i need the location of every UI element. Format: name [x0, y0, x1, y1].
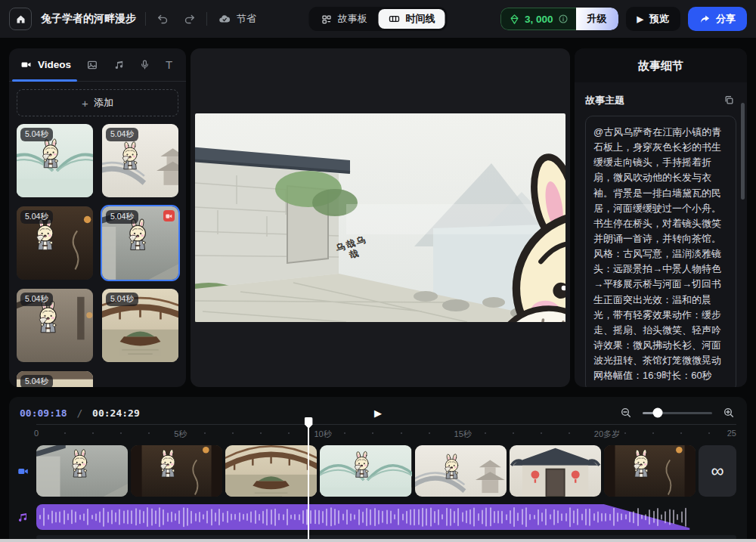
preview-label: 预览: [649, 12, 669, 26]
undo-button[interactable]: [155, 11, 171, 27]
zoom-in-button[interactable]: [721, 405, 736, 420]
duration-badge: 5.04秒: [106, 210, 138, 224]
ruler-tick: [680, 432, 682, 434]
timeline-clip[interactable]: [36, 445, 128, 497]
ruler-tick: [708, 432, 710, 434]
timeline-label: 时间线: [406, 12, 435, 26]
video-camera-icon: [20, 59, 33, 70]
copy-icon: [723, 94, 735, 106]
timeline-clip[interactable]: [320, 445, 411, 497]
timeline-clip[interactable]: [131, 445, 222, 497]
theme-text[interactable]: @古风乌萨奇在江南小镇的青石板上，身穿灰色长衫的书生缓缓走向镜头，手持摇着折扇，…: [585, 116, 736, 387]
tab-timeline[interactable]: 时间线: [379, 9, 445, 29]
ruler-label: 15秒: [454, 429, 472, 440]
ruler-tick: [652, 432, 654, 434]
divider: [145, 12, 146, 26]
loop-button[interactable]: ∞: [699, 445, 736, 497]
timeline-clip[interactable]: [415, 445, 507, 497]
save-button[interactable]: 节省: [216, 11, 258, 27]
tab-text[interactable]: T: [164, 57, 174, 73]
preview-button[interactable]: ▶ 预览: [626, 7, 680, 31]
timecode-separator: /: [76, 407, 82, 419]
music-note-icon: [113, 59, 125, 70]
library-thumbnail[interactable]: 5.04秒: [17, 289, 93, 362]
credits-button[interactable]: 3, 000: [500, 8, 576, 30]
playhead[interactable]: [308, 420, 309, 542]
timeline-zoom-slider[interactable]: [643, 412, 712, 414]
library-grid: 5.04秒 5.04秒 5.04秒 5.04秒 5.04秒: [9, 124, 186, 387]
audio-waveform: [36, 504, 696, 530]
share-label: 分享: [716, 12, 736, 26]
audio-track-icon: [17, 511, 29, 523]
copy-button[interactable]: [722, 93, 736, 107]
cloud-check-icon: [218, 12, 231, 26]
credits-value: 3, 000: [525, 14, 553, 25]
timeline-clip[interactable]: [510, 445, 601, 497]
duration-badge: 5.04秒: [20, 128, 53, 141]
topbar: 兔子学者的河畔漫步 节省 故事板 时: [0, 0, 756, 38]
timeline-clip[interactable]: [604, 445, 696, 497]
duration-badge: 5.04秒: [106, 128, 138, 141]
ruler-tick: [344, 432, 345, 434]
ruler-tick: [372, 432, 373, 434]
library-thumbnail[interactable]: 5.04秒: [102, 206, 178, 280]
details-scrollbar[interactable]: [741, 103, 745, 200]
workspace: Videos: [9, 48, 747, 387]
library-thumbnail[interactable]: 5.04秒: [17, 371, 93, 387]
tab-music[interactable]: [112, 57, 126, 72]
ruler-label: 0: [34, 429, 39, 438]
ruler-tick: [260, 432, 262, 434]
storyboard-icon: [321, 14, 333, 25]
upgrade-button[interactable]: 升级: [576, 8, 618, 30]
divider: [206, 12, 207, 26]
gem-icon: [509, 14, 520, 25]
redo-button[interactable]: [181, 11, 197, 27]
tab-voice[interactable]: [138, 57, 152, 72]
video-preview[interactable]: 乌哉乌哉: [195, 113, 565, 322]
image-icon: [86, 59, 98, 71]
tab-storyboard[interactable]: 故事板: [311, 9, 377, 29]
ruler-label: 20多岁: [594, 429, 620, 440]
delete-clip-icon[interactable]: [163, 210, 175, 221]
ruler-tick: [120, 432, 122, 434]
ruler-tick: [485, 432, 486, 434]
duration-badge: 5.04秒: [20, 293, 53, 306]
clip-image: [604, 445, 696, 497]
tab-images[interactable]: [85, 57, 100, 73]
share-button[interactable]: 分享: [688, 7, 747, 31]
story-details-panel: 故事细节 故事主题 @古风乌萨奇在江南小镇的青石板上，身穿灰色长衫的书生缓缓走向…: [575, 48, 747, 387]
clip-image: [510, 445, 601, 497]
active-tab-underline: [12, 79, 77, 82]
audio-clip[interactable]: [36, 504, 696, 530]
clip-image: [131, 445, 222, 497]
library-thumbnail[interactable]: 5.04秒: [17, 206, 93, 280]
timeline-play-button[interactable]: ▶: [374, 407, 382, 419]
clip-image: [36, 445, 128, 497]
home-button[interactable]: [9, 8, 32, 30]
storyboard-label: 故事板: [338, 12, 367, 26]
audio-track: [9, 504, 736, 530]
ruler-tick: [64, 432, 66, 434]
current-time: 00:09:18: [20, 407, 67, 419]
ruler-tick: [204, 432, 206, 434]
save-label: 节省: [237, 12, 256, 26]
timeline-clip[interactable]: [225, 445, 317, 497]
duration-badge: 5.04秒: [20, 375, 53, 387]
total-time: 00:24:29: [92, 407, 140, 419]
zoom-slider-handle[interactable]: [653, 408, 663, 418]
tab-videos[interactable]: Videos: [9, 57, 73, 72]
info-icon: [558, 14, 569, 24]
timeline-ruler[interactable]: 05秒10秒15秒20多岁25: [36, 424, 736, 441]
video-track-icon: [16, 466, 30, 477]
add-media-button[interactable]: + 添加: [17, 89, 178, 116]
zoom-out-button[interactable]: [618, 405, 634, 420]
library-thumbnail[interactable]: 5.04秒: [102, 124, 178, 197]
details-header: 故事细节: [575, 48, 747, 82]
library-thumbnail[interactable]: 5.04秒: [17, 124, 93, 197]
preview-scene: [195, 113, 565, 322]
ruler-tick: [513, 432, 514, 434]
preview-canvas: 乌哉乌哉: [191, 48, 570, 387]
add-label: 添加: [94, 96, 113, 110]
library-tabs: Videos: [9, 48, 186, 82]
library-thumbnail[interactable]: 5.04秒: [102, 289, 178, 362]
